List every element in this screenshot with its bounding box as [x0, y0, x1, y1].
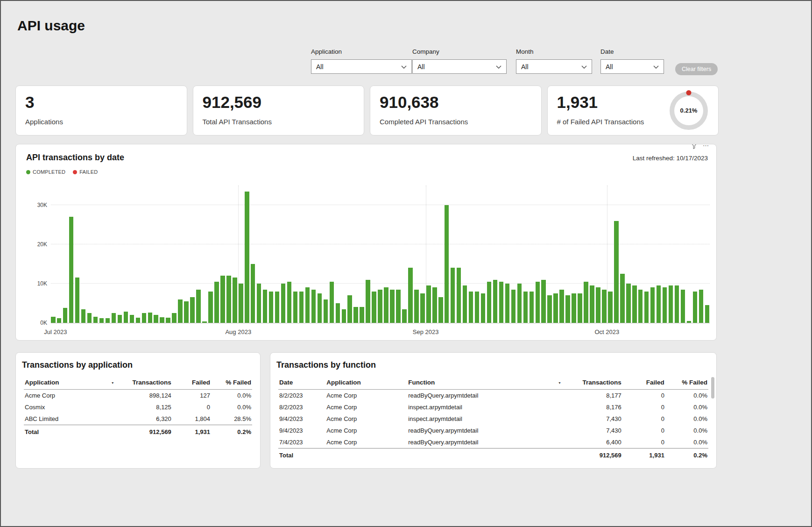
chart-bar[interactable] — [626, 284, 631, 323]
chart-bar[interactable] — [51, 317, 56, 323]
chart-bar[interactable] — [572, 293, 576, 323]
table-row[interactable]: 7/4/2023Acme CorpreadByQuery.arpymtdetai… — [278, 436, 708, 449]
chart-bar[interactable] — [118, 315, 122, 323]
chart-bar[interactable] — [136, 318, 141, 323]
chart-bar[interactable] — [565, 295, 570, 323]
chart-bar[interactable] — [705, 305, 710, 323]
table-row[interactable]: 8/2/2023Acme CorpreadByQuery.arpymtdetai… — [278, 390, 708, 402]
more-options-icon[interactable]: ⋯ — [703, 144, 709, 150]
chart-bar[interactable] — [402, 309, 407, 323]
chart-bar[interactable] — [663, 287, 667, 323]
chart-bar[interactable] — [420, 293, 425, 323]
chart-bar[interactable] — [154, 315, 158, 323]
chart-bar[interactable] — [487, 282, 492, 323]
table-row[interactable]: 8/2/2023Acme Corpinspect.arpymtdetail8,1… — [278, 401, 708, 413]
chart-bar[interactable] — [396, 290, 401, 323]
chart-bar[interactable] — [438, 297, 443, 323]
chart-bar[interactable] — [378, 290, 382, 323]
chart-bar[interactable] — [336, 303, 340, 323]
chart-bar[interactable] — [638, 290, 643, 323]
chart-bar[interactable] — [318, 293, 322, 323]
chart-bar[interactable] — [590, 285, 594, 323]
chart-bar[interactable] — [245, 192, 249, 323]
chart-bar[interactable] — [81, 309, 86, 323]
chart-bar[interactable] — [432, 287, 437, 323]
chart-bar[interactable] — [536, 282, 540, 323]
legend-item-completed[interactable]: COMPLETED — [26, 169, 65, 175]
chart-bar[interactable] — [523, 292, 528, 323]
chart-bar[interactable] — [414, 290, 419, 323]
table-row[interactable]: 9/4/2023Acme Corpinspect.arpymtdetail7,4… — [278, 413, 708, 425]
column-header[interactable]: Date — [278, 376, 325, 390]
chart-bar[interactable] — [602, 290, 607, 323]
chart-bar[interactable] — [251, 264, 255, 323]
filter-icon[interactable] — [691, 144, 697, 150]
chart-bar[interactable] — [75, 278, 80, 323]
chart-bar[interactable] — [269, 292, 274, 323]
column-header[interactable]: Application▼ — [24, 376, 115, 390]
month-dropdown[interactable]: All — [516, 59, 592, 74]
chart-bar[interactable] — [160, 317, 164, 323]
chart-bar[interactable] — [620, 274, 625, 323]
chart-bar[interactable] — [578, 293, 582, 323]
chart-bar[interactable] — [220, 276, 225, 323]
chart-bar[interactable] — [275, 292, 280, 323]
chart-bar[interactable] — [481, 293, 486, 323]
chart-bar[interactable] — [541, 280, 546, 323]
chart-bar[interactable] — [650, 287, 655, 323]
chart-bar[interactable] — [669, 285, 673, 323]
chart-bar[interactable] — [657, 285, 661, 323]
chart-bar[interactable] — [87, 313, 92, 323]
column-header[interactable]: Transactions — [115, 376, 172, 390]
chart-bar[interactable] — [184, 301, 189, 323]
chart-bar[interactable] — [226, 276, 231, 323]
company-dropdown[interactable]: All — [412, 59, 507, 74]
chart-bar[interactable] — [124, 312, 128, 323]
chart-bar[interactable] — [469, 292, 473, 323]
chart-bar[interactable] — [360, 307, 364, 323]
chart-bar[interactable] — [347, 295, 352, 323]
chart-bar[interactable] — [457, 268, 461, 323]
chart-bar[interactable] — [112, 313, 116, 323]
chart-bar[interactable] — [69, 217, 74, 323]
column-header[interactable]: % Failed — [211, 376, 252, 390]
chart-bar[interactable] — [172, 313, 177, 323]
chart-bar[interactable] — [493, 280, 498, 323]
legend-item-failed[interactable]: FAILED — [73, 169, 98, 175]
chart-bar[interactable] — [608, 292, 613, 323]
chart-bar[interactable] — [366, 280, 370, 323]
chart-bar[interactable] — [208, 292, 213, 323]
chart-bar[interactable] — [451, 268, 455, 323]
chart-bar[interactable] — [166, 318, 170, 323]
chart-bar[interactable] — [106, 318, 110, 323]
chart-bar[interactable] — [214, 282, 219, 323]
chart-bar[interactable] — [584, 282, 588, 323]
table-row[interactable]: Acme Corp898,1241270.0% — [24, 390, 252, 402]
chart-bar[interactable] — [559, 290, 564, 323]
chart-bar[interactable] — [57, 318, 62, 323]
chart-bar[interactable] — [390, 290, 395, 323]
column-header[interactable]: Transactions — [562, 376, 622, 390]
chart-bar[interactable] — [342, 309, 346, 323]
chart-bar[interactable] — [190, 297, 195, 323]
chart-bar[interactable] — [99, 318, 104, 323]
chart-bar[interactable] — [305, 287, 310, 323]
chart-bar[interactable] — [330, 282, 334, 323]
table-row[interactable]: 9/4/2023Acme CorpreadByQuery.arpymtdetai… — [278, 425, 708, 436]
chart-bar[interactable] — [687, 321, 692, 323]
chart-bar[interactable] — [299, 292, 304, 323]
chart-bar[interactable] — [384, 287, 388, 323]
date-dropdown[interactable]: All — [600, 59, 664, 74]
chart-bar[interactable] — [644, 292, 649, 323]
chart-bar[interactable] — [547, 295, 552, 323]
chart-bar[interactable] — [311, 290, 316, 323]
clear-filters-button[interactable]: Clear filters — [675, 63, 718, 75]
chart-bar[interactable] — [426, 285, 431, 323]
chart-bar[interactable] — [445, 205, 449, 323]
chart-bar[interactable] — [142, 313, 147, 323]
table-row[interactable]: Cosmix8,12500.0% — [24, 401, 252, 413]
chart-bar[interactable] — [675, 285, 679, 323]
chart-bar[interactable] — [287, 282, 292, 323]
chart-bar[interactable] — [681, 290, 685, 323]
chart-bar[interactable] — [408, 268, 413, 323]
